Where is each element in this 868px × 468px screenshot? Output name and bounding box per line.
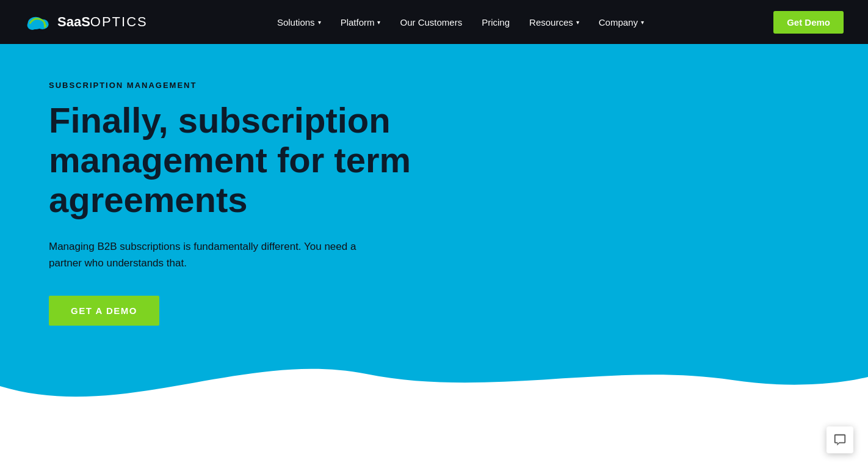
main-nav: Solutions ▾ Platform ▾ Our Customers Pri… xyxy=(269,12,653,32)
chevron-down-icon: ▾ xyxy=(641,19,644,26)
logo-icon xyxy=(24,10,54,34)
nav-our-customers[interactable]: Our Customers xyxy=(391,12,471,32)
svg-point-2 xyxy=(27,21,38,30)
wave-decoration xyxy=(0,325,868,423)
hero-label: SUBSCRIPTION MANAGEMENT xyxy=(49,81,819,90)
hero-subtitle: Managing B2B subscriptions is fundamenta… xyxy=(49,238,366,271)
logo[interactable]: SaaSOPTICS xyxy=(24,10,148,34)
nav-company[interactable]: Company ▾ xyxy=(590,12,653,32)
navbar: SaaSOPTICS Solutions ▾ Platform ▾ Our Cu… xyxy=(0,0,868,44)
hero-title: Finally, subscription management for ter… xyxy=(49,101,427,220)
nav-resources[interactable]: Resources ▾ xyxy=(521,12,588,32)
hero-section: SUBSCRIPTION MANAGEMENT Finally, subscri… xyxy=(0,44,868,423)
nav-platform[interactable]: Platform ▾ xyxy=(332,12,389,32)
nav-solutions[interactable]: Solutions ▾ xyxy=(269,12,330,32)
get-demo-button[interactable]: Get Demo xyxy=(773,11,844,34)
hero-cta-button[interactable]: GET A DEMO xyxy=(49,296,159,326)
nav-pricing[interactable]: Pricing xyxy=(473,12,518,32)
chevron-down-icon: ▾ xyxy=(576,19,579,26)
chevron-down-icon: ▾ xyxy=(377,19,380,26)
chevron-down-icon: ▾ xyxy=(318,19,321,26)
logo-wordmark: SaaSOPTICS xyxy=(57,14,148,30)
